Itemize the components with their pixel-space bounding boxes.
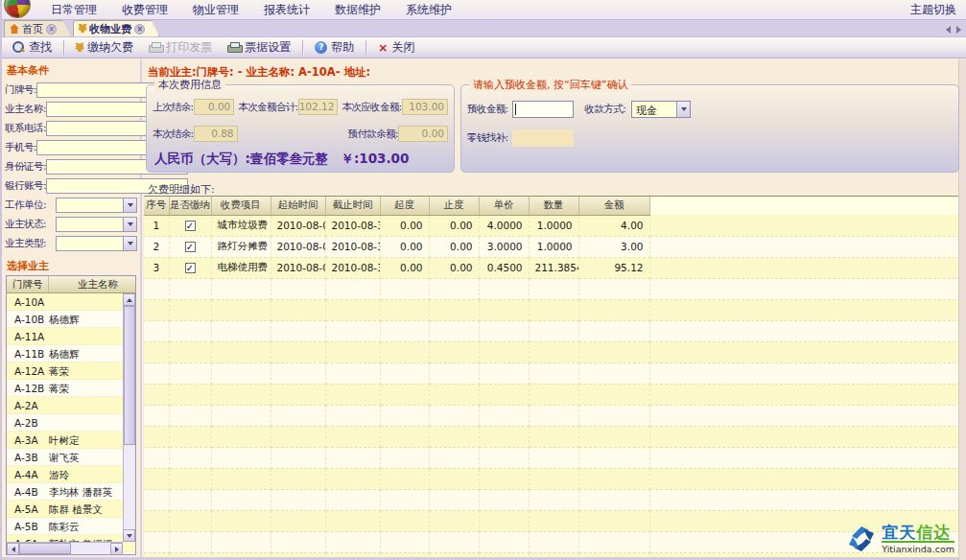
tab-collect-property-fee[interactable]: ¥ 收物业费 ×	[73, 20, 159, 36]
theme-switch-button[interactable]: 主题切换	[910, 2, 956, 18]
empty-cell	[429, 384, 479, 405]
fee-column-header[interactable]: 数量	[529, 197, 578, 215]
prepaid-balance-label: 预付款余额:	[348, 128, 398, 141]
owner-status-select[interactable]	[56, 217, 137, 232]
empty-cell	[578, 278, 649, 299]
fee-column-header[interactable]: 止度	[429, 197, 479, 215]
hscroll-thumb[interactable]	[19, 543, 71, 554]
empty-cell	[325, 468, 380, 489]
empty-cell	[479, 384, 529, 405]
tab-scroll-buttons	[946, 26, 961, 34]
empty-row	[144, 489, 958, 510]
fee-row[interactable]: 2 ✓ 路灯分摊费 2010-08-01 2010-08-31 0.00 0.0…	[144, 236, 958, 257]
door-column-header[interactable]: 门牌号	[7, 276, 49, 292]
pay-arrears-button[interactable]: ¥ 缴纳欠费	[69, 38, 140, 57]
scroll-left-icon[interactable]	[7, 543, 19, 555]
owner-row[interactable]: A-12A 蒋荣	[7, 362, 135, 380]
owner-row[interactable]: A-11A	[7, 328, 135, 345]
empty-cell	[479, 362, 529, 384]
tab-scroll-left-icon[interactable]	[946, 26, 951, 34]
empty-cell	[271, 447, 325, 468]
content-area: 基本条件 门牌号: 业主名称: 联系电话: 手机号: 身份证号: 银行账号: 工…	[2, 59, 966, 560]
payment-method-select[interactable]: 现金	[631, 101, 691, 118]
owner-row[interactable]: A-3B 谢飞英	[7, 449, 135, 466]
close-button[interactable]: × 关闭	[371, 38, 421, 57]
fee-column-header[interactable]: 是否缴纳	[169, 197, 211, 215]
empty-cell	[479, 341, 529, 362]
tab-home[interactable]: 首页 ×	[4, 20, 71, 36]
empty-cell	[529, 426, 578, 447]
menu-property-management[interactable]: 物业管理	[180, 0, 251, 20]
owner-row[interactable]: A-5A 陈群 植景文	[7, 501, 135, 518]
menu-data-maintenance[interactable]: 数据维护	[322, 0, 393, 20]
work-unit-select[interactable]	[56, 198, 137, 213]
empty-cell	[578, 447, 649, 468]
fee-table-header-row: 序号是否缴纳收费项目起始时间截止时间起度止度单价数量金额	[144, 197, 958, 215]
fee-column-header[interactable]: 收费项目	[211, 197, 271, 215]
empty-cell	[578, 341, 649, 362]
empty-cell	[429, 405, 479, 426]
fee-column-header[interactable]: 起度	[380, 197, 429, 215]
empty-cell	[271, 510, 325, 531]
paid-checkbox[interactable]: ✓	[185, 242, 196, 252]
owner-door-cell: A-2A	[7, 397, 49, 413]
owner-door-cell: A-12A	[7, 362, 49, 379]
fee-row[interactable]: 3 ✓ 电梯使用费 2010-08-01 2010-08-31 0.00 0.0…	[144, 257, 958, 278]
empty-cell	[271, 426, 325, 447]
fee-column-header[interactable]: 截止时间	[325, 197, 380, 215]
print-invoice-button[interactable]: 打印发票	[142, 38, 219, 57]
owner-row[interactable]: A-5B 陈彩云	[7, 518, 135, 535]
fee-column-header[interactable]: 金额	[578, 197, 649, 215]
owner-row[interactable]: A-2B	[7, 414, 135, 432]
owner-row[interactable]: A-12B 蒋荣	[7, 380, 135, 397]
menu-report-statistics[interactable]: 报表统计	[251, 0, 322, 20]
prepay-amount-input[interactable]	[512, 101, 574, 118]
empty-cell	[429, 447, 479, 468]
tab-home-close-icon[interactable]: ×	[46, 24, 57, 35]
total-amount-label: 本次金额合计:	[238, 101, 297, 114]
name-column-header[interactable]: 业主名称	[49, 276, 135, 292]
owner-list-vscrollbar[interactable]	[123, 293, 135, 542]
help-button[interactable]: ? 帮助	[308, 38, 361, 57]
fee-column-header[interactable]: 起始时间	[271, 197, 325, 215]
owner-type-select[interactable]	[56, 236, 137, 251]
paid-checkbox[interactable]: ✓	[185, 221, 196, 231]
paid-cell: ✓	[169, 257, 211, 278]
owner-row[interactable]: A-4A 游玲	[7, 466, 135, 483]
owner-row[interactable]: A-4B 李均林 潘群英	[7, 483, 135, 501]
owner-row[interactable]: A-10A	[7, 293, 135, 311]
scroll-up-icon[interactable]	[123, 293, 135, 306]
scroll-down-icon[interactable]	[123, 529, 135, 542]
chevron-down-icon[interactable]	[123, 218, 136, 231]
fee-row[interactable]: 1 ✓ 城市垃圾费 2010-08-01 2010-08-31 0.00 0.0…	[144, 215, 958, 236]
owner-row[interactable]: A-3A 叶树定	[7, 432, 135, 449]
empty-row	[144, 468, 958, 489]
fee-item-cell: 路灯分摊费	[211, 236, 271, 257]
menu-daily-management[interactable]: 日常管理	[38, 0, 109, 20]
window-right-edge	[958, 59, 966, 560]
paid-checkbox[interactable]: ✓	[185, 263, 196, 273]
fee-column-header[interactable]: 序号	[144, 197, 169, 215]
vscroll-thumb[interactable]	[124, 306, 135, 445]
door-no-label: 门牌号:	[5, 83, 36, 97]
owner-row[interactable]: A-2A	[7, 397, 135, 414]
scroll-right-icon[interactable]	[110, 543, 123, 555]
owner-row[interactable]: A-10B 杨德辉	[7, 311, 135, 328]
empty-cell	[211, 320, 271, 341]
empty-cell	[211, 384, 271, 405]
find-button[interactable]: 查找	[6, 38, 59, 57]
empty-cell	[529, 341, 578, 362]
close-label: 关闭	[391, 39, 414, 56]
tab-fee-close-icon[interactable]: ×	[134, 24, 145, 35]
menu-fee-management[interactable]: 收费管理	[109, 0, 180, 20]
chevron-down-icon[interactable]	[123, 198, 136, 212]
chevron-down-icon[interactable]	[123, 237, 136, 250]
bank-account-label: 银行账号:	[5, 179, 46, 193]
owner-list-hscrollbar[interactable]	[7, 542, 123, 554]
fee-column-header[interactable]: 单价	[479, 197, 529, 215]
menu-system-maintenance[interactable]: 系统维护	[393, 0, 464, 20]
receipt-setup-button[interactable]: 票据设置	[221, 38, 297, 57]
tab-scroll-right-icon[interactable]	[956, 26, 961, 34]
chevron-down-icon[interactable]	[676, 102, 690, 117]
owner-row[interactable]: A-11B 杨德辉	[7, 345, 135, 362]
